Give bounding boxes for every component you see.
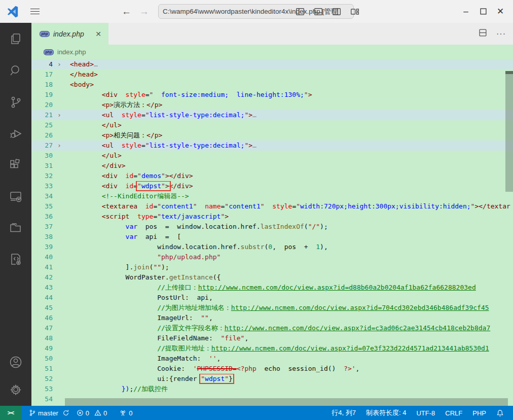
tab-index-php[interactable]: php index.php ✕ (31, 23, 108, 45)
explorer-icon[interactable] (9, 32, 23, 46)
code-line[interactable]: 44 PostUrl: api, (31, 293, 513, 303)
line-number[interactable]: 31 (31, 161, 53, 171)
line-number[interactable]: 44 (31, 293, 53, 303)
line-number[interactable]: 45 (31, 303, 53, 313)
extensions-icon[interactable] (9, 158, 23, 172)
branch-indicator[interactable]: master (25, 406, 73, 420)
line-number[interactable]: 34 (31, 191, 53, 201)
code-line[interactable]: 27› <ul style="list-style-type:decimal;"… (31, 141, 513, 151)
line-number[interactable]: 26 (31, 130, 53, 141)
source-control-icon[interactable] (9, 95, 23, 109)
back-arrow-icon[interactable]: ← (122, 6, 131, 17)
code-line[interactable]: 31 </div> (31, 161, 513, 171)
tab-close-icon[interactable]: ✕ (93, 29, 103, 39)
close-button[interactable]: ✕ (492, 0, 509, 23)
line-number[interactable]: 21 (31, 110, 53, 120)
forward-arrow-icon[interactable]: → (139, 6, 149, 17)
line-number[interactable]: 54 (31, 394, 53, 404)
code-line[interactable]: 37 var pos = window.location.href.lastIn… (31, 222, 513, 232)
code-line[interactable]: 17</head> (31, 69, 513, 80)
code-line[interactable]: 48 FileFieldName: "file", (31, 333, 513, 343)
code-line[interactable]: 40 "php/upload.php" (31, 252, 513, 262)
fold-chevron-icon[interactable]: › (53, 141, 66, 151)
search-icon[interactable] (9, 63, 23, 78)
code-line[interactable]: 34 <!--KindEditor编辑器--> (31, 191, 513, 201)
folder-icon[interactable] (9, 221, 23, 235)
line-number[interactable]: 50 (31, 354, 53, 364)
line-number[interactable]: 53 (31, 384, 53, 394)
code-line[interactable]: 45 //为图片地址增加域名：http://www.ncmem.com/doc/… (31, 303, 513, 313)
code-line[interactable]: 36 <script type="text/javascript"> (31, 212, 513, 222)
run-debug-icon[interactable] (9, 126, 23, 141)
code-line[interactable]: 26 <p>相关问题：</p> (31, 130, 513, 141)
code-line[interactable]: 33 <div id="wdpst"></div> (31, 181, 513, 191)
cursor-position[interactable]: 行4, 列7 (326, 406, 361, 420)
line-number[interactable]: 46 (31, 313, 53, 323)
line-number[interactable]: 35 (31, 201, 53, 212)
line-number[interactable]: 18 (31, 80, 53, 90)
code-line[interactable]: 50 ImageMatch: '', (31, 354, 513, 364)
breadcrumb[interactable]: php index.php (31, 45, 513, 59)
horizontal-scrollbar[interactable] (65, 398, 508, 406)
minimize-button[interactable]: – (457, 0, 474, 23)
line-number[interactable]: 42 (31, 272, 53, 283)
more-actions-icon[interactable]: ··· (496, 29, 506, 39)
menu-icon[interactable] (28, 5, 42, 18)
line-number[interactable]: 25 (31, 120, 53, 130)
encoding-setting[interactable]: UTF-8 (411, 406, 440, 420)
line-number[interactable]: 20 (31, 100, 53, 110)
customize-layout-icon[interactable] (349, 6, 361, 18)
line-number[interactable]: 37 (31, 222, 53, 232)
toggle-secondary-sidebar-icon[interactable] (331, 6, 343, 18)
code-line[interactable]: 19 <div style=" font-size:medium; line-h… (31, 90, 513, 100)
indentation-setting[interactable]: 制表符长度: 4 (361, 406, 411, 420)
code-line[interactable]: 39 window.location.href.substr(0, pos + … (31, 242, 513, 252)
code-line[interactable]: 25 </ul> (31, 120, 513, 130)
code-line[interactable]: 47 //设置文件字段名称：http://www.ncmem.com/doc/v… (31, 323, 513, 333)
code-line[interactable]: 49 //提取图片地址：http://www.ncmem.com/doc/vie… (31, 343, 513, 354)
code-line[interactable]: 53 });//加载控件 (31, 384, 513, 394)
line-number[interactable]: 4 (31, 59, 53, 69)
settings-gear-icon[interactable] (9, 382, 23, 397)
line-number[interactable]: 51 (31, 364, 53, 374)
line-number[interactable]: 39 (31, 242, 53, 252)
notifications-bell[interactable] (491, 406, 509, 420)
code-line[interactable]: 20 <p>演示方法：</p> (31, 100, 513, 110)
ports-indicator[interactable]: 0 (116, 406, 136, 420)
code-line[interactable]: 46 ImageUrl: "", (31, 313, 513, 323)
line-number[interactable]: 40 (31, 252, 53, 262)
fold-chevron-icon[interactable]: › (53, 59, 66, 69)
code-line[interactable]: 30 </ul> (31, 151, 513, 161)
line-number[interactable]: 49 (31, 343, 53, 354)
account-icon[interactable] (9, 355, 23, 369)
code-line[interactable]: 35 <textarea id="content1" name="content… (31, 201, 513, 212)
code-line[interactable]: 38 var api = [ (31, 232, 513, 242)
line-number[interactable]: 48 (31, 333, 53, 343)
line-number[interactable]: 41 (31, 262, 53, 272)
vertical-scrollbar[interactable] (505, 71, 513, 192)
line-number[interactable]: 47 (31, 323, 53, 333)
remote-explorer-icon[interactable] (9, 189, 23, 203)
code-line[interactable]: 52 ui:{render "wdpst"} (31, 374, 513, 384)
code-line[interactable]: 42 WordPaster.getInstance({ (31, 272, 513, 283)
code-line[interactable]: 21› <ul style="list-style-type:decimal;"… (31, 110, 513, 120)
language-mode[interactable]: PHP (467, 406, 491, 420)
code-line[interactable]: 51 Cookie: 'PHPSESSID=<?php echo session… (31, 364, 513, 374)
line-number[interactable]: 33 (31, 181, 53, 191)
code-editor[interactable]: 4›<head>…17</head>18<body>19 <div style=… (31, 59, 513, 406)
maximize-button[interactable] (474, 0, 492, 23)
line-number[interactable]: 43 (31, 283, 53, 293)
code-line[interactable]: 41 ].join(""); (31, 262, 513, 272)
fold-chevron-icon[interactable]: › (53, 110, 66, 120)
line-number[interactable]: 17 (31, 69, 53, 80)
code-line[interactable]: 18<body> (31, 80, 513, 90)
line-number[interactable]: 19 (31, 90, 53, 100)
file-code-gear-icon[interactable] (9, 252, 23, 266)
line-number[interactable]: 52 (31, 374, 53, 384)
code-line[interactable]: 4›<head>… (31, 59, 513, 69)
line-number[interactable]: 32 (31, 171, 53, 181)
split-editor-icon[interactable] (479, 28, 487, 39)
remote-indicator[interactable]: >< (0, 406, 21, 420)
code-line[interactable]: 32 <div id="demos"></div> (31, 171, 513, 181)
line-number[interactable]: 27 (31, 141, 53, 151)
